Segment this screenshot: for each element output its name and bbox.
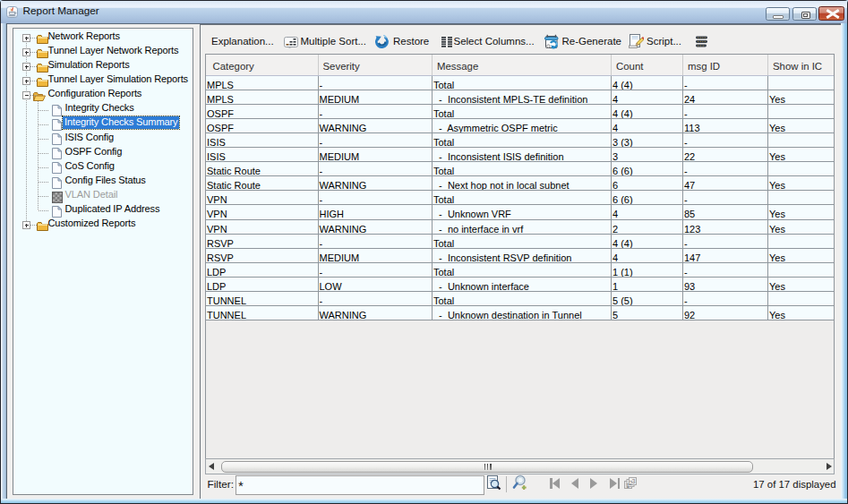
svg-text:3: 3 [632,478,636,484]
